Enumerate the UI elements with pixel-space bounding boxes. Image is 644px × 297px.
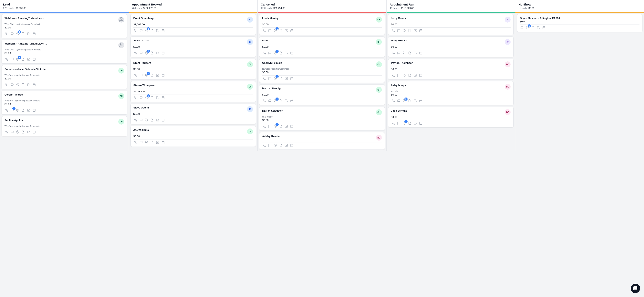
chat-bubble-button[interactable] (631, 284, 640, 293)
cal-icon[interactable] (418, 28, 423, 33)
doc-icon[interactable] (21, 82, 25, 87)
card[interactable]: Jerry GarciaJF$0.00 (388, 14, 514, 35)
cal-icon[interactable] (161, 51, 165, 55)
pin-icon[interactable]: 1 (273, 99, 278, 103)
card[interactable]: Brent RodgersCH$0.001 (130, 59, 256, 80)
card[interactable]: Brent GreenbergJC$7,569.002 (130, 14, 256, 35)
pin-icon[interactable]: 1 (402, 121, 406, 125)
phone-icon[interactable] (4, 32, 9, 36)
chat-icon[interactable] (10, 57, 14, 62)
doc-icon[interactable] (21, 32, 25, 36)
pin-icon[interactable]: 1 (144, 51, 149, 55)
pin-icon[interactable]: 3 (402, 99, 406, 103)
tag-icon[interactable] (402, 51, 406, 55)
doc-icon[interactable] (408, 51, 412, 55)
doc-icon[interactable] (408, 28, 412, 33)
chat-icon[interactable] (139, 96, 143, 100)
doc-icon[interactable] (408, 73, 412, 78)
pin-icon[interactable] (144, 140, 149, 144)
pin-icon[interactable]: 1 (273, 124, 278, 128)
doc-icon[interactable] (150, 28, 154, 33)
card[interactable]: Jose SerranoBC$0.001 (388, 107, 514, 128)
phone-icon[interactable] (134, 96, 138, 100)
check-icon[interactable] (26, 108, 31, 112)
chat-icon[interactable] (139, 73, 143, 78)
pin-icon[interactable]: 1 (16, 57, 20, 62)
card[interactable]: Peyton ThompsonBC$0.00 (388, 59, 514, 80)
phone-icon[interactable] (262, 99, 266, 103)
check-icon[interactable] (156, 51, 160, 55)
doc-icon[interactable] (408, 121, 412, 125)
card[interactable]: NameCH$0.001 (259, 36, 385, 57)
doc-icon[interactable] (279, 124, 283, 128)
check-icon[interactable] (26, 32, 31, 36)
chat-icon[interactable] (268, 28, 272, 33)
cal-icon[interactable] (542, 26, 546, 30)
phone-icon[interactable] (262, 124, 266, 128)
check-icon[interactable] (156, 28, 160, 33)
phone-icon[interactable] (391, 28, 396, 33)
phone-icon[interactable] (134, 140, 138, 144)
check-icon[interactable] (413, 51, 417, 55)
chat-icon[interactable] (396, 121, 401, 125)
doc-icon[interactable] (21, 57, 25, 62)
check-icon[interactable] (284, 99, 288, 103)
doc-icon[interactable] (150, 140, 154, 144)
cal-icon[interactable] (161, 140, 165, 144)
card[interactable]: Linda ManleyCH$0.001 (259, 14, 385, 35)
cal-icon[interactable] (290, 143, 294, 148)
cal-icon[interactable] (290, 76, 294, 81)
check-icon[interactable] (413, 73, 417, 78)
chat-icon[interactable]: 2 (10, 108, 14, 112)
phone-icon[interactable] (134, 28, 138, 33)
check-icon[interactable] (536, 26, 540, 30)
tag-icon[interactable] (402, 73, 406, 78)
check-icon[interactable] (284, 51, 288, 55)
phone-icon[interactable] (262, 143, 266, 148)
phone-icon[interactable] (4, 82, 9, 87)
pin-icon[interactable] (16, 108, 20, 112)
card[interactable]: Webform - AmazingTurfandLawn ...Web Chat… (2, 14, 127, 38)
check-icon[interactable] (156, 140, 160, 144)
cal-icon[interactable] (290, 28, 294, 33)
pin-icon[interactable] (16, 82, 20, 87)
cal-icon[interactable] (161, 28, 165, 33)
cal-icon[interactable] (161, 73, 165, 78)
check-icon[interactable] (284, 143, 288, 148)
chat-icon[interactable] (139, 118, 143, 122)
cal-icon[interactable] (32, 82, 36, 87)
chat-icon[interactable] (10, 82, 14, 87)
check-icon[interactable] (284, 76, 288, 81)
doc-icon[interactable] (408, 99, 412, 103)
phone-icon[interactable] (4, 57, 9, 62)
cal-icon[interactable] (161, 118, 165, 122)
card[interactable]: Ashley ReederBC (259, 132, 385, 150)
chat-icon[interactable] (396, 28, 401, 33)
chat-icon[interactable] (268, 76, 272, 81)
card[interactable]: Steve GatensJC$0.00 (130, 104, 256, 124)
cal-icon[interactable] (418, 99, 423, 103)
cal-icon[interactable] (418, 73, 423, 78)
check-icon[interactable] (284, 124, 288, 128)
cal-icon[interactable] (290, 99, 294, 103)
pin-icon[interactable]: 1 (144, 96, 149, 100)
card[interactable]: Doug BrooksJF$0.00 (388, 36, 514, 57)
doc-icon[interactable] (150, 73, 154, 78)
chat-icon[interactable] (396, 51, 401, 55)
pin-icon[interactable]: 1 (144, 73, 149, 78)
cal-icon[interactable] (418, 51, 423, 55)
cal-icon[interactable] (32, 57, 36, 62)
tag-icon[interactable] (144, 118, 149, 122)
pin-icon[interactable] (16, 130, 20, 134)
chat-icon[interactable] (268, 51, 272, 55)
phone-icon[interactable] (391, 121, 396, 125)
phone-icon[interactable] (391, 73, 396, 78)
card[interactable]: Cherlyn FucualsCHNumber Pool (Number Poo… (259, 59, 385, 83)
doc-icon[interactable] (279, 51, 283, 55)
card[interactable]: Bryan Mesiner - Arlington TX 760...$0.00… (517, 14, 642, 32)
pin-icon[interactable]: 1 (525, 26, 530, 30)
doc-icon[interactable] (21, 130, 25, 134)
check-icon[interactable] (413, 99, 417, 103)
card[interactable]: Martha StendigCH$0.001 (259, 84, 385, 105)
pin-icon[interactable]: 2 (144, 28, 149, 33)
